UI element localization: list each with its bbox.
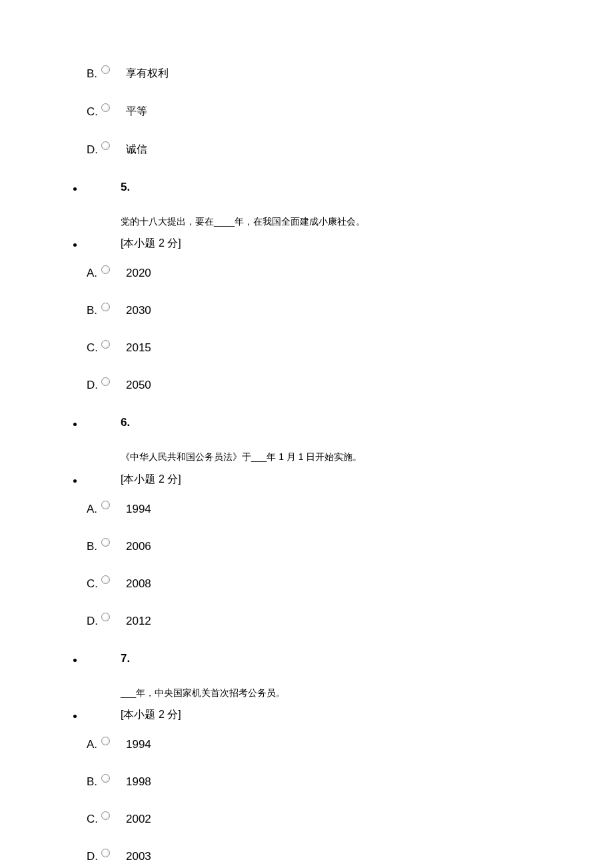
option-row: C.2008 <box>73 577 540 591</box>
option-letter: D. <box>87 143 101 157</box>
option-text: 2002 <box>126 813 151 826</box>
question-number-row: 7. <box>73 652 540 665</box>
option-text: 2003 <box>126 850 151 863</box>
option-text: 诚信 <box>126 143 147 157</box>
radio-icon[interactable] <box>101 849 110 857</box>
radio-icon[interactable] <box>101 613 110 621</box>
option-text: 2050 <box>126 379 151 392</box>
option-row: A.1994 <box>73 738 540 751</box>
points-row: [本小题 2 分] <box>73 237 540 251</box>
option-letter: B. <box>87 304 101 317</box>
radio-icon[interactable] <box>101 501 110 509</box>
question-number: 5. <box>121 181 130 194</box>
option-letter: B. <box>87 775 101 789</box>
question-text: 党的十八大提出，要在____年，在我国全面建成小康社会。 <box>73 214 540 229</box>
radio-icon[interactable] <box>101 774 110 783</box>
question-number: 6. <box>121 416 130 429</box>
question-number: 7. <box>121 652 130 665</box>
points-row: [本小题 2 分] <box>73 473 540 487</box>
bullet-icon <box>73 187 77 191</box>
bullet-icon <box>73 479 77 483</box>
option-text: 2015 <box>126 341 151 355</box>
option-row: D.2050 <box>73 379 540 392</box>
question-number-row: 5. <box>73 181 540 194</box>
bullet-icon <box>73 659 77 662</box>
option-text: 2030 <box>126 304 151 317</box>
option-letter: C. <box>87 813 101 826</box>
option-row: A.1994 <box>73 503 540 516</box>
option-text: 2008 <box>126 577 151 591</box>
points-row: [本小题 2 分] <box>73 708 540 722</box>
question-number-row: 6. <box>73 416 540 429</box>
option-row: D.诚信 <box>73 143 540 157</box>
option-letter: A. <box>87 267 101 280</box>
option-row: C.2002 <box>73 813 540 826</box>
option-letter: C. <box>87 105 101 119</box>
option-row: D.2003 <box>73 850 540 863</box>
option-row: C.2015 <box>73 341 540 355</box>
radio-icon[interactable] <box>101 303 110 311</box>
option-text: 平等 <box>126 105 147 119</box>
option-letter: A. <box>87 738 101 751</box>
question-text: 《中华人民共和国公务员法》于___年 1 月 1 日开始实施。 <box>73 449 540 464</box>
option-row: B.2006 <box>73 540 540 553</box>
radio-icon[interactable] <box>101 538 110 547</box>
points-text: [本小题 2 分] <box>121 708 181 722</box>
option-letter: C. <box>87 577 101 591</box>
option-text: 1998 <box>126 775 151 789</box>
option-text: 享有权利 <box>126 67 169 81</box>
bullet-icon <box>73 243 77 247</box>
question-text: ___年，中央国家机关首次招考公务员。 <box>73 685 540 700</box>
option-text: 2020 <box>126 267 151 280</box>
radio-icon[interactable] <box>101 103 110 112</box>
option-row: B.2030 <box>73 304 540 317</box>
option-text: 2012 <box>126 615 151 628</box>
radio-icon[interactable] <box>101 141 110 150</box>
bullet-icon <box>73 423 77 426</box>
option-letter: A. <box>87 503 101 516</box>
bullet-icon <box>73 715 77 718</box>
radio-icon[interactable] <box>101 265 110 274</box>
option-text: 2006 <box>126 540 151 553</box>
option-row: C.平等 <box>73 105 540 119</box>
option-letter: C. <box>87 341 101 355</box>
option-row: A.2020 <box>73 267 540 280</box>
radio-icon[interactable] <box>101 737 110 745</box>
radio-icon[interactable] <box>101 65 110 74</box>
option-row: B.享有权利 <box>73 67 540 81</box>
radio-icon[interactable] <box>101 575 110 584</box>
radio-icon[interactable] <box>101 377 110 386</box>
radio-icon[interactable] <box>101 340 110 349</box>
radio-icon[interactable] <box>101 811 110 820</box>
option-letter: D. <box>87 379 101 392</box>
option-letter: B. <box>87 67 101 81</box>
option-row: B.1998 <box>73 775 540 789</box>
option-text: 1994 <box>126 738 151 751</box>
option-letter: D. <box>87 615 101 628</box>
option-row: D.2012 <box>73 615 540 628</box>
option-letter: D. <box>87 850 101 863</box>
option-letter: B. <box>87 540 101 553</box>
points-text: [本小题 2 分] <box>121 237 181 251</box>
points-text: [本小题 2 分] <box>121 473 181 487</box>
option-text: 1994 <box>126 503 151 516</box>
